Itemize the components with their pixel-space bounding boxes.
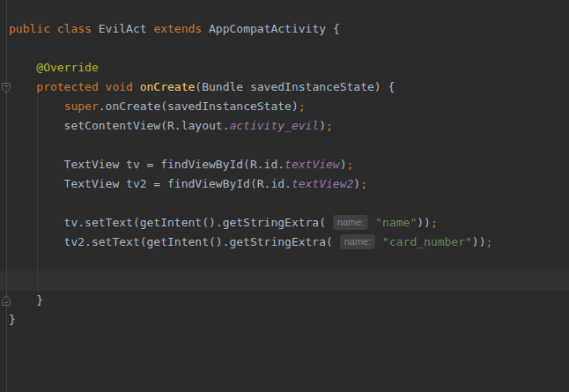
- code-token: extends: [153, 22, 202, 35]
- fold-collapse-start-icon[interactable]: [1, 82, 11, 94]
- code-token: ): [319, 119, 326, 132]
- code-line[interactable]: protected void onCreate(Bundle savedInst…: [0, 78, 569, 97]
- code-line[interactable]: TextView tv2 = findViewById(R.id.textVie…: [0, 174, 569, 194]
- code-token: }: [9, 313, 16, 326]
- code-token: }: [9, 293, 43, 307]
- code-token: tv2.setText(getIntent().getStringExtra(: [9, 235, 340, 248]
- code-editor[interactable]: public class EvilAct extends AppCompatAc…: [0, 0, 569, 392]
- code-area[interactable]: public class EvilAct extends AppCompatAc…: [0, 0, 569, 329]
- code-token: public: [9, 22, 50, 35]
- code-token: [99, 80, 106, 93]
- code-line[interactable]: [0, 194, 569, 213]
- code-token: "card_number": [382, 235, 472, 248]
- code-token: void: [106, 80, 133, 93]
- code-token: @Override: [9, 61, 99, 74]
- code-line[interactable]: [0, 39, 569, 58]
- code-token: (Bundle savedInstanceState) {: [195, 80, 395, 93]
- code-line[interactable]: [0, 252, 569, 271]
- code-line[interactable]: tv.setText(getIntent().getStringExtra( n…: [0, 213, 569, 233]
- code-token: ): [340, 158, 347, 171]
- code-token: )): [472, 235, 486, 248]
- code-token: TextView tv2 = findViewById(R.id.: [9, 177, 292, 190]
- code-token: setContentView(R.layout.: [9, 119, 229, 132]
- code-line[interactable]: }: [0, 310, 569, 329]
- code-token: ;: [431, 216, 438, 229]
- code-token: ;: [347, 158, 354, 171]
- code-line[interactable]: [0, 136, 569, 155]
- code-token: [9, 100, 64, 113]
- code-token: textView: [284, 158, 340, 171]
- code-token: ;: [360, 177, 367, 190]
- code-token: tv.setText(getIntent().getStringExtra(: [9, 216, 333, 229]
- parameter-name-inlay-hint: name:: [340, 234, 376, 249]
- code-line[interactable]: public class EvilAct extends AppCompatAc…: [0, 19, 569, 39]
- code-token: ;: [326, 119, 333, 132]
- code-line[interactable]: TextView tv = findViewById(R.id.textView…: [0, 155, 569, 174]
- code-token: AppCompatActivity {: [202, 22, 340, 35]
- fold-collapse-end-icon[interactable]: [1, 294, 11, 307]
- code-line[interactable]: }: [0, 291, 569, 310]
- code-line[interactable]: super.onCreate(savedInstanceState);: [0, 97, 569, 116]
- code-line[interactable]: @Override: [0, 58, 569, 78]
- code-token: "name": [375, 216, 417, 229]
- code-token: textView2: [292, 177, 353, 190]
- code-token: ;: [486, 235, 493, 248]
- code-token: ;: [299, 100, 306, 113]
- code-line[interactable]: [0, 271, 569, 291]
- code-token: class: [57, 22, 92, 35]
- code-token: activity_evil: [229, 119, 319, 132]
- code-token: TextView tv = findViewById(R.id.: [9, 158, 284, 171]
- code-line[interactable]: setContentView(R.layout.activity_evil);: [0, 116, 569, 136]
- code-line[interactable]: [0, 0, 569, 19]
- code-token: protected: [9, 80, 99, 93]
- code-token: [50, 22, 57, 35]
- code-token: onCreate: [140, 80, 196, 93]
- parameter-name-inlay-hint: name:: [333, 215, 369, 230]
- code-token: [133, 80, 140, 93]
- code-token: super: [64, 100, 99, 113]
- code-token: )): [417, 216, 431, 229]
- code-token: [375, 235, 382, 248]
- code-line[interactable]: tv2.setText(getIntent().getStringExtra( …: [0, 233, 569, 252]
- code-token: ): [353, 177, 360, 190]
- code-token: EvilAct: [92, 22, 153, 35]
- code-token: .onCreate(savedInstanceState): [99, 100, 299, 113]
